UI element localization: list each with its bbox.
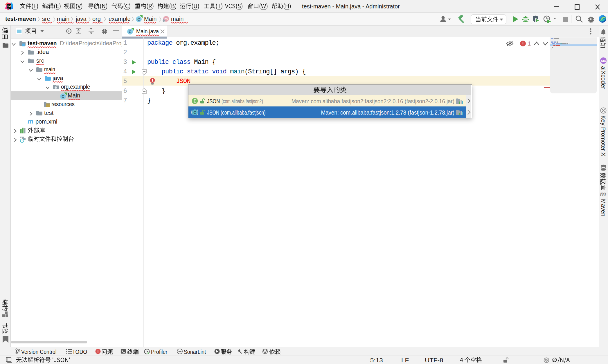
svg-text:C: C (137, 17, 140, 21)
svg-text:AiX: AiX (601, 59, 606, 63)
svg-text:C: C (129, 30, 132, 34)
svg-text:C: C (62, 94, 64, 99)
svg-text:C: C (193, 110, 196, 115)
svg-text:IJ: IJ (7, 4, 11, 8)
